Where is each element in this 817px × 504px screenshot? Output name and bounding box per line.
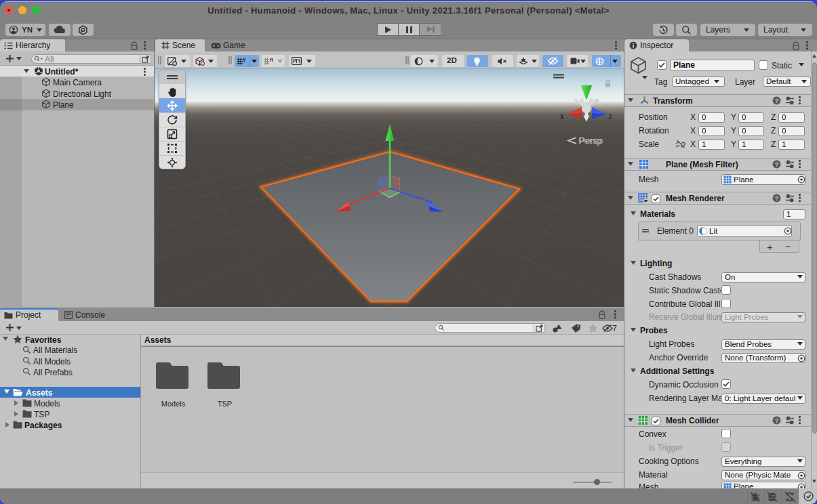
svg-text:z: z — [608, 112, 612, 121]
svg-text:Persp: Persp — [579, 135, 603, 146]
svg-text:x: x — [560, 112, 564, 121]
svg-text:?: ? — [775, 98, 779, 104]
svg-text:?: ? — [775, 195, 779, 202]
svg-text:y: y — [584, 76, 589, 85]
svg-text:?: ? — [775, 161, 779, 168]
svg-text:?: ? — [775, 417, 779, 424]
